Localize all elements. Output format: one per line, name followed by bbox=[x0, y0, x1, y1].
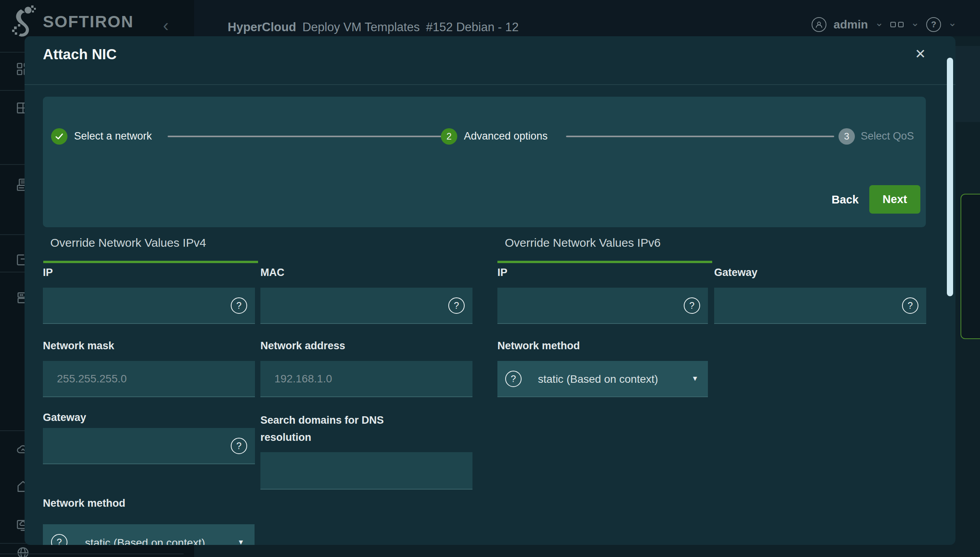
ipv4-ip-input[interactable] bbox=[43, 288, 255, 324]
ipv4-dns-label: Search domains for DNS resolution bbox=[260, 412, 405, 446]
ipv4-ip-help-icon[interactable]: ? bbox=[231, 297, 247, 314]
ipv4-gateway-label: Gateway bbox=[43, 412, 86, 424]
ipv4-netaddr-input[interactable] bbox=[260, 361, 472, 397]
breadcrumb-section[interactable]: Deploy VM Templates bbox=[302, 20, 420, 34]
step-2-number: 2 bbox=[441, 128, 457, 145]
ipv6-ip-help-icon[interactable]: ? bbox=[684, 297, 700, 314]
ipv4-mac-label: MAC bbox=[260, 267, 285, 279]
ipv4-gateway-help-icon[interactable]: ? bbox=[231, 438, 247, 454]
breadcrumb-app[interactable]: HyperCloud bbox=[228, 20, 296, 34]
breadcrumb: HyperCloud Deploy VM Templates #152 Debi… bbox=[228, 20, 518, 34]
screen: SOFTIRON ‹ bbox=[0, 0, 980, 557]
ipv4-ip-label: IP bbox=[43, 267, 53, 279]
stepper-card: Select a network 2 Advanced options 3 Se… bbox=[43, 97, 926, 227]
ipv4-netmask-input[interactable] bbox=[43, 361, 255, 397]
modal-header-divider bbox=[25, 84, 955, 85]
ipv4-gateway-input[interactable] bbox=[43, 428, 255, 464]
ipv4-mac-input[interactable] bbox=[260, 288, 472, 324]
next-button[interactable]: Next bbox=[869, 185, 920, 214]
step-3-number: 3 bbox=[838, 128, 855, 145]
ipv6-ip-label: IP bbox=[497, 267, 508, 279]
chevron-down-icon[interactable]: ⌄ bbox=[875, 17, 884, 29]
ipv4-netaddr-label: Network address bbox=[260, 340, 345, 352]
background-divider bbox=[0, 553, 184, 554]
ipv6-section-underline bbox=[497, 261, 712, 263]
back-button[interactable]: Back bbox=[830, 191, 861, 208]
breadcrumb-item: #152 Debian - 12 bbox=[426, 20, 519, 34]
ipv4-mac-help-icon[interactable]: ? bbox=[448, 297, 465, 314]
ipv4-method-value: static (Based on context) bbox=[85, 537, 205, 545]
user-name[interactable]: admin bbox=[833, 18, 868, 31]
topbar-actions: admin ⌄ ⌄ ? ⌄ bbox=[812, 17, 957, 32]
globe-icon[interactable] bbox=[16, 545, 30, 557]
ipv4-dns-textarea[interactable] bbox=[260, 452, 472, 490]
help-icon[interactable]: ? bbox=[926, 17, 941, 32]
ipv4-netmask-label: Network mask bbox=[43, 340, 114, 352]
ipv4-section-title: Override Network Values IPv4 bbox=[50, 236, 206, 249]
modal-title: Attach NIC bbox=[43, 46, 117, 63]
ipv6-gateway-help-icon[interactable]: ? bbox=[902, 297, 918, 314]
gecko-logo-icon bbox=[12, 5, 37, 39]
chevron-down-icon[interactable]: ⌄ bbox=[911, 17, 919, 29]
ipv4-method-label: Network method bbox=[43, 497, 126, 509]
background-green-button bbox=[961, 194, 980, 339]
sidebar-collapse-icon[interactable]: ‹ bbox=[163, 16, 169, 35]
ipv6-method-value: static (Based on context) bbox=[538, 373, 658, 385]
background-panel bbox=[955, 46, 980, 122]
step-connector bbox=[168, 136, 441, 137]
attach-nic-modal: Attach NIC ✕ Select a network 2 Advanced… bbox=[25, 36, 955, 545]
step-1-check-icon bbox=[51, 128, 67, 145]
apps-grid-icon[interactable] bbox=[890, 22, 904, 27]
user-avatar-icon[interactable] bbox=[812, 17, 826, 32]
close-icon[interactable]: ✕ bbox=[911, 45, 929, 63]
modal-scrollbar[interactable] bbox=[947, 58, 953, 296]
ipv6-method-caret-icon: ▼ bbox=[692, 375, 699, 383]
chevron-down-icon[interactable]: ⌄ bbox=[948, 17, 957, 29]
ipv6-ip-input[interactable] bbox=[497, 288, 708, 324]
step-connector bbox=[566, 136, 834, 137]
ipv6-method-help-icon[interactable]: ? bbox=[505, 371, 522, 387]
step-3-label[interactable]: Select QoS bbox=[861, 130, 914, 142]
ipv6-method-label: Network method bbox=[497, 340, 580, 352]
app-logo: SOFTIRON bbox=[12, 5, 134, 39]
app-topbar: HyperCloud Deploy VM Templates #152 Debi… bbox=[194, 0, 980, 36]
step-1-label[interactable]: Select a network bbox=[74, 130, 152, 142]
ipv6-gateway-label: Gateway bbox=[714, 267, 757, 279]
ipv6-section-title: Override Network Values IPv6 bbox=[505, 236, 661, 249]
ipv4-section-underline bbox=[43, 261, 258, 263]
step-2-label[interactable]: Advanced options bbox=[464, 130, 548, 142]
brand-name: SOFTIRON bbox=[43, 12, 134, 31]
ipv4-method-caret-icon: ▼ bbox=[237, 538, 244, 545]
ipv6-gateway-input[interactable] bbox=[714, 288, 926, 324]
